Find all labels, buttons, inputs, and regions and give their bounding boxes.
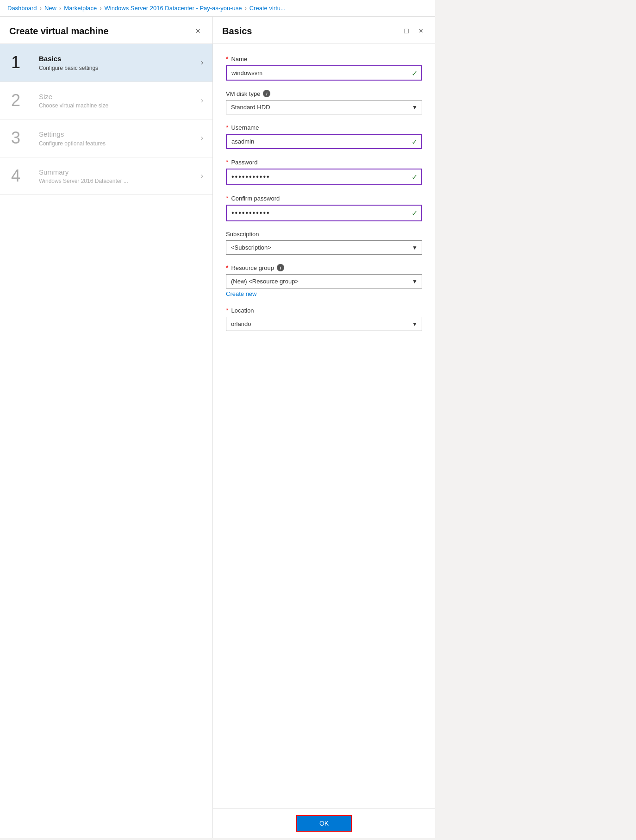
vm-disk-label-text: VM disk type [226, 90, 260, 97]
subscription-select-wrapper: <Subscription> ▼ [226, 240, 422, 255]
step-1-chevron-icon: › [201, 58, 203, 67]
bottom-bar: OK [213, 808, 435, 838]
left-panel-header: Create virtual machine × [0, 17, 212, 44]
username-required-star: * [226, 124, 228, 131]
ok-button[interactable]: OK [296, 815, 352, 832]
vm-disk-group: VM disk type i Standard HDD Standard SSD… [226, 90, 422, 114]
breadcrumb-marketplace[interactable]: Marketplace [64, 5, 97, 12]
confirm-password-check-icon: ✓ [412, 209, 418, 218]
breadcrumb-sep-2: › [59, 5, 61, 12]
step-4-content: Summary Windows Server 2016 Datacenter .… [39, 168, 201, 185]
right-panel-close-button[interactable]: × [416, 25, 426, 37]
location-select-wrapper: orlando eastus westus ▼ [226, 317, 422, 331]
name-input[interactable] [226, 65, 422, 81]
confirm-password-required-star: * [226, 194, 228, 202]
confirm-password-label-text: Confirm password [231, 195, 280, 202]
right-panel: Basics □ × * Name ✓ VM dis [213, 17, 435, 838]
vm-disk-info-icon[interactable]: i [263, 90, 270, 97]
left-panel: Create virtual machine × 1 Basics Config… [0, 17, 213, 838]
step-1-title: Basics [39, 54, 201, 63]
step-3-subtitle: Configure optional features [39, 140, 201, 147]
username-input-wrapper: ✓ [226, 134, 422, 149]
step-3-item[interactable]: 3 Settings Configure optional features › [0, 119, 212, 157]
create-new-link[interactable]: Create new [226, 290, 256, 297]
breadcrumb: Dashboard › New › Marketplace › Windows … [0, 0, 435, 17]
step-1-content: Basics Configure basic settings [39, 54, 201, 71]
location-label: * Location [226, 307, 422, 314]
username-label-text: Username [231, 124, 259, 131]
maximize-button[interactable]: □ [401, 25, 412, 37]
name-check-icon: ✓ [412, 69, 418, 77]
main-container: Create virtual machine × 1 Basics Config… [0, 17, 435, 838]
resource-group-select[interactable]: (New) <Resource group> [226, 274, 422, 288]
breadcrumb-new[interactable]: New [44, 5, 56, 12]
password-required-star: * [226, 158, 228, 166]
step-4-subtitle: Windows Server 2016 Datacenter ... [39, 178, 201, 184]
step-3-number: 3 [11, 130, 33, 146]
breadcrumb-product[interactable]: Windows Server 2016 Datacenter - Pay-as-… [104, 5, 242, 12]
vm-disk-label: VM disk type i [226, 90, 422, 97]
left-panel-title: Create virtual machine [9, 26, 109, 37]
vm-disk-select-wrapper: Standard HDD Standard SSD Premium SSD ▼ [226, 100, 422, 114]
right-panel-actions: □ × [401, 25, 426, 37]
location-select[interactable]: orlando eastus westus [226, 317, 422, 331]
step-4-title: Summary [39, 168, 201, 177]
username-check-icon: ✓ [412, 137, 418, 146]
name-field-group: * Name ✓ [226, 55, 422, 81]
form-container: * Name ✓ VM disk type i Standard HDD S [213, 44, 435, 808]
name-label: * Name [226, 55, 422, 63]
username-field-group: * Username ✓ [226, 124, 422, 149]
right-panel-title: Basics [222, 26, 252, 37]
breadcrumb-sep-1: › [40, 5, 42, 12]
name-input-wrapper: ✓ [226, 65, 422, 81]
location-field-group: * Location orlando eastus westus ▼ [226, 307, 422, 331]
breadcrumb-sep-3: › [100, 5, 101, 12]
step-3-content: Settings Configure optional features [39, 130, 201, 147]
confirm-password-field-group: * Confirm password ✓ [226, 194, 422, 221]
resource-group-field-group: * Resource group i (New) <Resource group… [226, 264, 422, 297]
password-input-wrapper: ✓ [226, 169, 422, 185]
right-panel-header: Basics □ × [213, 17, 435, 44]
password-field-group: * Password ✓ [226, 158, 422, 185]
name-label-text: Name [231, 56, 247, 63]
username-input[interactable] [226, 134, 422, 149]
resource-group-label: * Resource group i [226, 264, 422, 271]
name-required-star: * [226, 55, 228, 63]
subscription-field-group: Subscription <Subscription> ▼ [226, 231, 422, 255]
resource-group-label-text: Resource group [231, 264, 274, 271]
step-2-title: Size [39, 92, 201, 101]
confirm-password-input-wrapper: ✓ [226, 205, 422, 221]
username-label: * Username [226, 124, 422, 131]
resource-group-required-star: * [226, 264, 228, 271]
subscription-label: Subscription [226, 231, 422, 238]
password-label: * Password [226, 158, 422, 166]
resource-group-info-icon[interactable]: i [277, 264, 284, 271]
step-2-content: Size Choose virtual machine size [39, 92, 201, 109]
location-label-text: Location [231, 307, 254, 314]
password-input[interactable] [226, 169, 422, 185]
step-3-chevron-icon: › [201, 134, 203, 142]
location-required-star: * [226, 307, 228, 314]
breadcrumb-sep-4: › [244, 5, 246, 12]
left-panel-close-button[interactable]: × [193, 25, 203, 37]
vm-disk-select[interactable]: Standard HDD Standard SSD Premium SSD [226, 100, 422, 114]
step-4-chevron-icon: › [201, 172, 203, 180]
step-2-subtitle: Choose virtual machine size [39, 102, 201, 109]
step-2-chevron-icon: › [201, 96, 203, 105]
step-2-number: 2 [11, 92, 33, 109]
step-1-number: 1 [11, 54, 33, 71]
breadcrumb-dashboard[interactable]: Dashboard [7, 5, 37, 12]
step-1-subtitle: Configure basic settings [39, 65, 201, 71]
step-1-item[interactable]: 1 Basics Configure basic settings › [0, 44, 212, 82]
subscription-select[interactable]: <Subscription> [226, 240, 422, 255]
step-4-item[interactable]: 4 Summary Windows Server 2016 Datacenter… [0, 157, 212, 195]
step-2-item[interactable]: 2 Size Choose virtual machine size › [0, 82, 212, 120]
step-3-title: Settings [39, 130, 201, 139]
confirm-password-input[interactable] [226, 205, 422, 221]
breadcrumb-create[interactable]: Create virtu... [249, 5, 286, 12]
resource-group-select-wrapper: (New) <Resource group> ▼ [226, 274, 422, 288]
subscription-label-text: Subscription [226, 231, 259, 238]
steps-list: 1 Basics Configure basic settings › 2 Si… [0, 44, 212, 838]
confirm-password-label: * Confirm password [226, 194, 422, 202]
password-label-text: Password [231, 159, 257, 166]
